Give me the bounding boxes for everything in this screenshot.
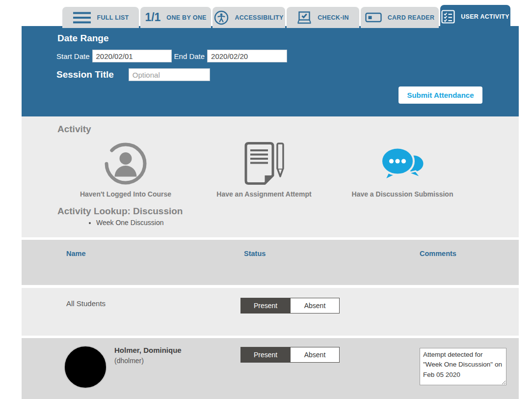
student-status-toggle: Present Absent: [240, 347, 340, 363]
tab-one-by-one[interactable]: 1/1 ONE BY ONE: [140, 7, 211, 28]
activity-option-discussion-submission[interactable]: Have a Discussion Submission: [333, 139, 472, 198]
activity-option-label: Have an Assignment Attempt: [216, 190, 311, 198]
tab-bar: FULL LIST 1/1 ONE BY ONE ACCESSIBILITY C…: [62, 5, 510, 28]
assignment-icon: [241, 139, 287, 188]
tab-user-activity[interactable]: USER ACTIVITY: [440, 5, 510, 28]
tab-label: FULL LIST: [97, 14, 129, 21]
tab-label: CARD READER: [388, 14, 435, 21]
column-header-name: Name: [66, 250, 86, 257]
activity-option-label: Haven't Logged Into Course: [80, 190, 171, 198]
absent-button[interactable]: Absent: [290, 347, 339, 362]
all-students-label: All Students: [66, 299, 106, 308]
end-date-label: End Date: [174, 52, 205, 60]
discussion-icon: [379, 139, 426, 188]
one-by-one-count: 1/1: [145, 11, 160, 24]
user-circle-icon: [104, 139, 147, 188]
tab-full-list[interactable]: FULL LIST: [62, 7, 139, 28]
activity-option-label: Have a Discussion Submission: [352, 190, 453, 198]
comment-textarea[interactable]: Attempt detected for "Week One Discussio…: [420, 348, 506, 385]
submit-attendance-button[interactable]: Submit Attendance: [399, 86, 482, 104]
activity-lookup-item: Week One Discussion: [96, 219, 163, 227]
tab-check-in[interactable]: CHECK-IN: [287, 7, 359, 28]
activity-option-assignment-attempt[interactable]: Have an Assignment Attempt: [195, 139, 333, 198]
column-header-comments: Comments: [420, 250, 456, 257]
student-identity: Holmer, Dominique (dholmer): [114, 346, 182, 365]
avatar: [64, 345, 107, 389]
accessibility-icon: [214, 10, 229, 25]
activity-option-not-logged-in[interactable]: Haven't Logged Into Course: [56, 139, 195, 198]
tab-accessibility[interactable]: ACCESSIBILITY: [213, 7, 285, 28]
tab-label: ONE BY ONE: [166, 14, 206, 21]
present-button[interactable]: Present: [241, 298, 290, 313]
all-students-status-toggle: Present Absent: [240, 298, 340, 314]
session-title-input[interactable]: [129, 68, 210, 81]
student-username: (dholmer): [114, 357, 182, 365]
tab-label: USER ACTIVITY: [461, 13, 509, 20]
session-title-row: Session Title: [56, 68, 210, 81]
activity-lookup-heading: Activity Lookup: Discussion: [57, 206, 183, 217]
user-activity-page: FULL LIST 1/1 ONE BY ONE ACCESSIBILITY C…: [0, 0, 532, 399]
date-range-row: Start Date End Date: [56, 50, 287, 62]
all-students-row: All Students Present Absent: [22, 288, 519, 336]
session-title-label: Session Title: [56, 69, 114, 80]
tab-label: ACCESSIBILITY: [235, 14, 283, 21]
hamburger-icon: [73, 11, 91, 24]
absent-button[interactable]: Absent: [290, 298, 339, 313]
activity-heading: Activity: [57, 124, 91, 135]
present-button[interactable]: Present: [241, 347, 290, 362]
attendance-form-panel: Date Range Start Date End Date Session T…: [22, 26, 519, 116]
tab-label: CHECK-IN: [318, 14, 349, 21]
tab-card-reader[interactable]: CARD READER: [361, 7, 439, 28]
table-header: Name Status Comments: [22, 240, 519, 285]
column-header-status: Status: [244, 250, 266, 257]
end-date-input[interactable]: [207, 50, 287, 62]
check-in-icon: [297, 11, 312, 24]
activity-options: Haven't Logged Into Course Have an Assig…: [56, 139, 472, 198]
student-row: Holmer, Dominique (dholmer) Present Abse…: [22, 338, 519, 399]
activity-lookup-list: Week One Discussion: [87, 219, 163, 227]
start-date-label: Start Date: [56, 52, 90, 60]
card-reader-icon: [365, 11, 382, 24]
start-date-input[interactable]: [92, 50, 172, 62]
date-range-heading: Date Range: [57, 33, 109, 44]
activity-section: Activity Haven't Logged Into Course: [22, 116, 519, 237]
user-activity-icon: [441, 10, 455, 24]
student-name: Holmer, Dominique: [114, 346, 182, 354]
